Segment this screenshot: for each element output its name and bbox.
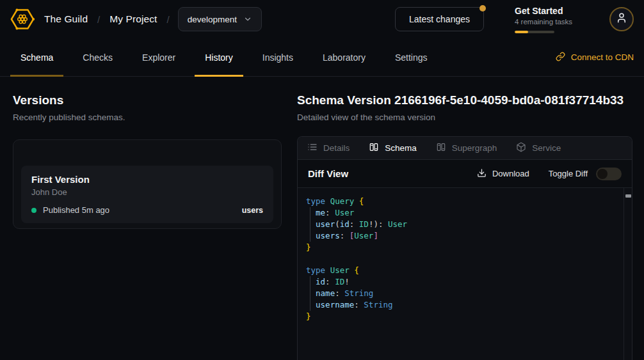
indent-guide: [310, 207, 310, 242]
nav-tab-label: Laboratory: [323, 52, 366, 63]
code-line: username: String: [306, 299, 618, 311]
versions-subtitle: Recently published schemas.: [13, 113, 282, 122]
detail-tab-supergraph[interactable]: Supergraph: [436, 142, 497, 154]
toggle-diff-switch[interactable]: [596, 168, 622, 180]
breadcrumb-project[interactable]: My Project: [109, 13, 157, 25]
get-started-title: Get Started: [515, 6, 576, 16]
toggle-diff-group: Toggle Diff: [549, 168, 622, 180]
version-list-item[interactable]: First Version John Doe Published 5m ago …: [21, 166, 273, 223]
environment-selector[interactable]: development: [178, 7, 262, 31]
nav-tab-label: Insights: [262, 52, 293, 63]
detail-tab-label: Service: [532, 143, 561, 153]
link-icon: [556, 52, 565, 63]
top-header: The Guild / My Project / development Lat…: [0, 0, 644, 38]
code-line: }: [306, 311, 618, 322]
code-line: type Query {: [306, 196, 618, 207]
get-started-subtitle: 4 remaining tasks: [515, 18, 576, 26]
download-button[interactable]: Download: [477, 168, 529, 180]
latest-changes-button[interactable]: Latest changes: [395, 7, 484, 31]
status-dot: [31, 208, 36, 213]
get-started-widget[interactable]: Get Started 4 remaining tasks: [515, 6, 576, 33]
indent-guide: [310, 276, 310, 311]
version-author: John Doe: [31, 187, 263, 197]
primary-nav: Schema Checks Explorer History Insights …: [0, 38, 644, 77]
breadcrumb: The Guild / My Project /: [44, 13, 170, 25]
toggle-diff-label: Toggle Diff: [549, 169, 588, 178]
detail-tab-label: Schema: [385, 143, 417, 153]
breadcrumb-org[interactable]: The Guild: [44, 13, 88, 25]
schema-version-title: Schema Version 2166196f-5e10-4059-bd0a-0…: [297, 93, 632, 107]
app-window: The Guild / My Project / development Lat…: [0, 0, 644, 360]
nav-tab-label: History: [205, 52, 233, 63]
download-label: Download: [492, 169, 529, 178]
diff-view-title: Diff View: [308, 168, 348, 179]
schema-version-detail: Schema Version 2166196f-5e10-4059-bd0a-0…: [297, 93, 632, 360]
detail-tab-schema[interactable]: Schema: [369, 142, 417, 154]
versions-title: Versions: [13, 93, 282, 107]
nav-tab-label: Explorer: [142, 52, 175, 63]
versions-panel: Versions Recently published schemas. Fir…: [13, 93, 282, 360]
connect-to-cdn-label: Connect to CDN: [571, 52, 634, 62]
user-avatar[interactable]: [609, 7, 634, 31]
diff-view-toolbar: Diff View Download Toggle Diff: [298, 160, 632, 187]
code-line: user(id: ID!): User: [306, 219, 618, 230]
code-line: [306, 253, 618, 265]
environment-selector-value: development: [188, 15, 237, 24]
code-line: me: User: [306, 207, 618, 219]
columns-icon: [369, 142, 379, 154]
version-status: Published 5m ago: [43, 205, 109, 215]
schema-detail-panel: Details Schema Supergraph: [297, 136, 632, 360]
detail-tab-label: Details: [323, 143, 350, 153]
versions-card: First Version John Doe Published 5m ago …: [13, 139, 282, 229]
code-line: type User {: [306, 265, 618, 276]
code-line: name: String: [306, 288, 618, 299]
breadcrumb-separator: /: [167, 14, 170, 25]
code-line: users: [User]: [306, 230, 618, 242]
connect-to-cdn-button[interactable]: Connect to CDN: [556, 38, 634, 76]
user-icon: [616, 12, 627, 26]
download-icon: [477, 168, 487, 180]
latest-changes-label: Latest changes: [409, 14, 470, 24]
code-scrollbar-thumb[interactable]: [625, 194, 631, 198]
chevron-down-icon: [243, 15, 252, 24]
toggle-knob: [597, 169, 608, 179]
nav-tab-label: Settings: [395, 52, 428, 63]
schema-version-subtitle: Detailed view of the schema version: [297, 113, 632, 122]
code-line: id: ID!: [306, 276, 618, 288]
detail-tab-details[interactable]: Details: [307, 142, 350, 154]
code-block: type Query { me: User user(id: ID!): Use…: [306, 196, 618, 322]
cube-icon: [516, 142, 526, 154]
nav-tab-laboratory[interactable]: Laboratory: [312, 38, 376, 76]
notification-dot: [479, 5, 486, 12]
nav-tab-explorer[interactable]: Explorer: [132, 38, 186, 76]
version-status-row: Published 5m ago users: [31, 205, 263, 215]
code-scrollbar[interactable]: [624, 188, 632, 360]
nav-tab-label: Schema: [20, 52, 53, 63]
nav-tab-insights[interactable]: Insights: [252, 38, 303, 76]
nav-tab-label: Checks: [83, 52, 113, 63]
detail-tab-service[interactable]: Service: [516, 142, 561, 154]
version-name: First Version: [31, 174, 263, 185]
get-started-progress-track: [515, 31, 554, 33]
nav-tab-history[interactable]: History: [195, 38, 243, 76]
main-content: Versions Recently published schemas. Fir…: [0, 77, 644, 360]
hive-logo-icon[interactable]: [10, 7, 35, 31]
code-line: }: [306, 242, 618, 253]
schema-code-viewer[interactable]: type Query { me: User user(id: ID!): Use…: [298, 187, 632, 360]
detail-tabstrip: Details Schema Supergraph: [298, 137, 632, 160]
detail-tab-label: Supergraph: [452, 143, 497, 153]
columns-icon: [436, 142, 446, 154]
nav-tab-checks[interactable]: Checks: [72, 38, 123, 76]
nav-tab-settings[interactable]: Settings: [385, 38, 438, 76]
get-started-progress-fill: [515, 31, 528, 33]
version-service-tag: users: [242, 206, 263, 215]
list-icon: [307, 142, 318, 154]
breadcrumb-separator: /: [97, 14, 100, 25]
nav-tab-schema[interactable]: Schema: [10, 38, 63, 76]
